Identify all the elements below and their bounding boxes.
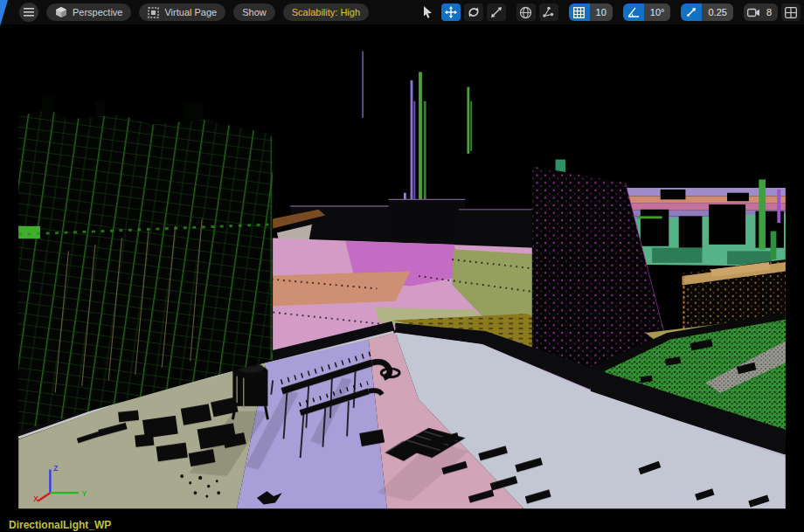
grid-snap-value: 10 — [590, 3, 613, 21]
view-mode-button[interactable]: Virtual Page — [139, 3, 225, 21]
viewport-layout-button[interactable] — [781, 3, 801, 21]
globe-icon — [519, 6, 532, 19]
perspective-label: Perspective — [73, 7, 122, 17]
rotate-tool-button[interactable] — [464, 3, 483, 21]
toolbar-left-group: Perspective Virtual Page Show Scalabilit… — [0, 3, 369, 22]
scale-tool-button[interactable] — [487, 3, 506, 21]
viewport-toolbar: Perspective Virtual Page Show Scalabilit… — [0, 0, 804, 24]
show-label: Show — [242, 7, 267, 17]
camera-speed-control[interactable]: 8 — [744, 3, 778, 21]
axis-y-label: Y — [82, 489, 87, 498]
scene-canvas: Z Y X — [0, 24, 804, 532]
grid-snap-icon — [573, 7, 585, 18]
axis-x-label: X — [33, 494, 38, 503]
scale-snap-icon — [686, 7, 697, 17]
rotate-tool-icon — [468, 6, 480, 18]
surface-snap-icon — [542, 6, 555, 18]
scale-snap-value: 0.25 — [702, 3, 732, 21]
scalability-button[interactable]: Scalability: High — [283, 3, 369, 21]
surface-snapping-button[interactable] — [539, 3, 558, 21]
coordinate-space-button[interactable] — [516, 3, 536, 21]
angle-snap-icon — [627, 7, 640, 17]
grid-snap-control[interactable]: 10 — [569, 3, 613, 21]
toolbar-right-group: 10 10° 0.25 — [419, 3, 804, 21]
viewport-options-menu-button[interactable] — [19, 3, 38, 22]
hamburger-menu-icon — [24, 8, 34, 17]
selected-actor-label: DirectionalLight_WP — [9, 519, 111, 531]
quad-view-icon — [785, 7, 797, 18]
rotation-snap-value: 10° — [644, 3, 671, 21]
show-button[interactable]: Show — [233, 3, 275, 21]
scalability-label: Scalability: High — [292, 7, 360, 17]
select-tool-button[interactable] — [419, 3, 438, 21]
perspective-button[interactable]: Perspective — [46, 3, 131, 21]
scale-tool-icon — [490, 6, 502, 18]
camera-speed-icon — [747, 8, 760, 17]
camera-speed-value: 8 — [765, 3, 778, 21]
viewport-3d-scene[interactable]: Z Y X DirectionalLight_WP — [0, 24, 804, 532]
select-cursor-icon — [423, 6, 433, 18]
unreal-editor-viewport-window: Perspective Virtual Page Show Scalabilit… — [0, 0, 804, 532]
move-tool-button[interactable] — [441, 3, 461, 21]
scale-snap-control[interactable]: 0.25 — [681, 3, 732, 21]
move-tool-icon — [445, 6, 457, 18]
axis-z-label: Z — [53, 464, 58, 473]
view-mode-label: Virtual Page — [164, 7, 217, 17]
rotation-snap-control[interactable]: 10° — [623, 3, 671, 21]
perspective-cube-icon — [55, 6, 67, 18]
virtual-page-icon — [148, 7, 159, 18]
active-viewport-corner-accent — [0, 0, 8, 26]
